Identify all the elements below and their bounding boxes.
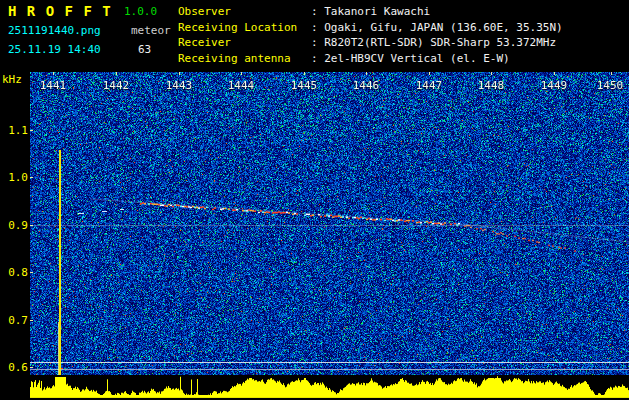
spectrogram-display	[30, 72, 629, 400]
time-tick-label: 1445	[291, 79, 318, 92]
freq-tick-label: 0.8	[2, 266, 28, 279]
time-tick-label: 1441	[40, 79, 67, 92]
info-value: : Takanori Kawachi	[311, 4, 430, 20]
freq-tick-label: 0.7	[2, 314, 28, 327]
freq-tick-label: 1.1	[2, 124, 28, 137]
info-row-observer: Observer : Takanori Kawachi	[178, 4, 563, 20]
time-tick-label: 1446	[353, 79, 380, 92]
hrofft-window: H R O F F T 1.0.0 2511191440.png meteor …	[0, 0, 629, 400]
time-tick-label: 1448	[478, 79, 505, 92]
info-label: Receiver	[178, 35, 311, 51]
info-row-antenna: Receiving antenna : 2el-HB9CV Vertical (…	[178, 51, 563, 67]
time-tick-label: 1447	[416, 79, 443, 92]
mode-label: meteor	[131, 24, 171, 37]
app-title: H R O F F T	[8, 3, 112, 19]
info-value: : 2el-HB9CV Vertical (el. E-W)	[311, 51, 510, 67]
app-version: 1.0.0	[124, 5, 157, 18]
info-value: : Ogaki, Gifu, JAPAN (136.60E, 35.35N)	[311, 20, 563, 36]
info-label: Receiving Location	[178, 20, 311, 36]
freq-tick-label: 1.0	[2, 171, 28, 184]
event-count: 63	[138, 43, 151, 56]
output-filename: 2511191440.png	[8, 24, 101, 37]
time-tick-label: 1449	[541, 79, 568, 92]
time-tick-label: 1444	[228, 79, 255, 92]
info-row-location: Receiving Location : Ogaki, Gifu, JAPAN …	[178, 20, 563, 36]
freq-tick-label: 0.6	[2, 361, 28, 374]
freq-tick-label: 0.9	[2, 219, 28, 232]
info-label: Receiving antenna	[178, 51, 311, 67]
station-info: Observer : Takanori Kawachi Receiving Lo…	[178, 4, 563, 66]
info-label: Observer	[178, 4, 311, 20]
info-value: : R820T2(RTL-SDR) SDR-Sharp 53.372MHz	[311, 35, 556, 51]
time-tick-label: 1442	[103, 79, 130, 92]
info-row-receiver: Receiver : R820T2(RTL-SDR) SDR-Sharp 53.…	[178, 35, 563, 51]
freq-axis-unit: kHz	[2, 73, 22, 86]
time-tick-label: 1443	[166, 79, 193, 92]
datetime-label: 25.11.19 14:40	[8, 43, 101, 56]
time-tick-label: 1450	[597, 79, 624, 92]
